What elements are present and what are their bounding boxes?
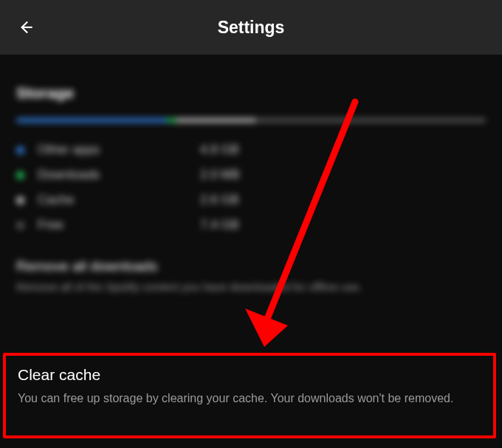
header-bar: Settings: [0, 0, 502, 55]
dot-icon: [16, 146, 24, 154]
legend-label: Other apps: [38, 142, 200, 157]
storage-usage-bar: [16, 118, 486, 123]
legend-label: Cache: [38, 193, 200, 207]
remove-downloads-title: Remove all downloads: [16, 258, 486, 275]
storage-legend: Other apps 4.8 GB Downloads 2.0 MB Cache…: [16, 137, 486, 238]
dot-icon: [16, 221, 24, 230]
legend-label: Downloads: [38, 168, 200, 182]
storage-heading: Storage: [16, 84, 486, 102]
clear-cache-option[interactable]: Clear cache You can free up storage by c…: [4, 354, 498, 422]
storage-section-blurred: Storage Other apps 4.8 GB Downloads 2.0 …: [0, 55, 502, 295]
dot-icon: [16, 171, 24, 179]
clear-cache-title: Clear cache: [18, 366, 484, 384]
clear-cache-desc: You can free up storage by clearing your…: [18, 390, 484, 407]
storage-seg-cache: [176, 118, 255, 123]
storage-seg-other-apps: [16, 118, 167, 123]
legend-row-other-apps: Other apps 4.8 GB: [16, 137, 486, 162]
legend-row-cache: Cache 2.6 GB: [16, 187, 486, 213]
page-title: Settings: [0, 18, 502, 38]
remove-downloads-desc: Remove all of the Spotify content you ha…: [16, 279, 486, 295]
legend-label: Free: [38, 218, 200, 232]
back-arrow-icon[interactable]: [15, 16, 37, 38]
legend-row-downloads: Downloads 2.0 MB: [16, 162, 486, 187]
svg-line-1: [267, 102, 355, 319]
remove-all-downloads-option[interactable]: Remove all downloads Remove all of the S…: [16, 258, 486, 295]
svg-marker-2: [245, 309, 288, 347]
legend-value: 2.6 GB: [200, 193, 239, 207]
legend-value: 2.0 MB: [200, 168, 240, 182]
storage-seg-downloads: [167, 118, 176, 123]
storage-seg-free: [255, 118, 486, 123]
legend-row-free: Free 7.4 GB: [16, 213, 486, 238]
legend-value: 4.8 GB: [200, 142, 239, 157]
legend-value: 7.4 GB: [200, 218, 239, 232]
dot-icon: [16, 196, 24, 204]
